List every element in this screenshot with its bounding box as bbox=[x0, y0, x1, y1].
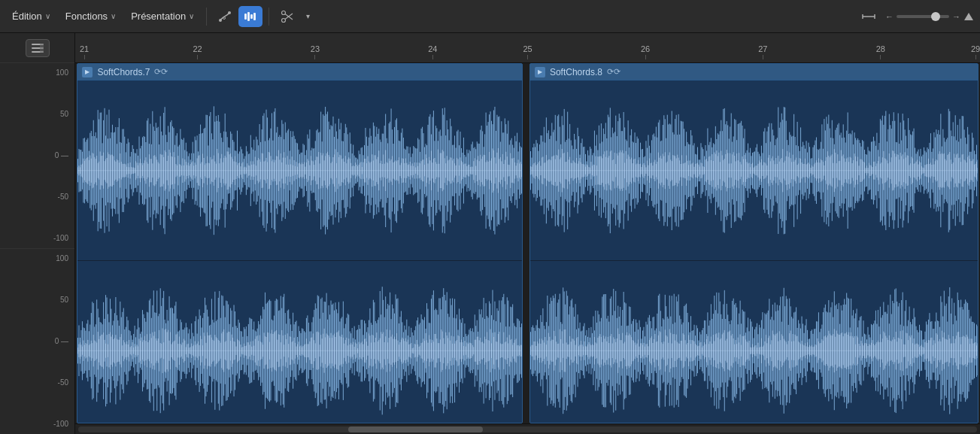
scissors-group: ▾ bbox=[275, 6, 314, 27]
scale-0-top: 0 — bbox=[0, 152, 74, 159]
curve-icon bbox=[218, 10, 232, 23]
svg-rect-18 bbox=[40, 44, 44, 53]
scissors-dropdown-icon: ▾ bbox=[306, 12, 310, 20]
region-1-play-button[interactable]: ▶ bbox=[82, 67, 93, 77]
region-2-loop-icon: ⟳⟳ bbox=[607, 67, 620, 77]
ruler-label-26: 26 bbox=[641, 44, 650, 53]
scissors-icon bbox=[281, 10, 294, 23]
zoom-thumb bbox=[931, 12, 940, 21]
ruler-label-27: 27 bbox=[758, 44, 767, 53]
top-channel-scale: 100 50 0 — -50 -100 bbox=[0, 63, 74, 249]
fonctions-chevron: ∨ bbox=[111, 12, 116, 20]
region-2-name: SoftChords.8 bbox=[550, 67, 602, 77]
zoom-mountain-icon bbox=[963, 12, 974, 21]
fonctions-menu[interactable]: Fonctions ∨ bbox=[59, 8, 122, 25]
ruler-mark-21: 21 bbox=[80, 44, 89, 59]
ruler-tick-21 bbox=[84, 55, 85, 59]
svg-point-7 bbox=[282, 18, 286, 22]
scale-0-bottom: 0 — bbox=[0, 338, 74, 345]
region-1-header: ▶ SoftChords.7 ⟳⟳ bbox=[77, 64, 522, 80]
scale-n50-bottom: -50 bbox=[0, 379, 74, 387]
tool-group-left bbox=[213, 6, 262, 27]
region-1-loop-icon: ⟳⟳ bbox=[154, 67, 168, 77]
scissors-tool-button[interactable] bbox=[275, 6, 299, 27]
edition-chevron: ∨ bbox=[45, 12, 50, 20]
sep1 bbox=[206, 8, 207, 26]
edition-menu[interactable]: Édition ∨ bbox=[6, 8, 56, 25]
ruler-label-22: 22 bbox=[193, 44, 202, 53]
svg-point-8 bbox=[282, 11, 286, 14]
zoom-slider[interactable] bbox=[897, 15, 949, 18]
region-2-waveform bbox=[530, 80, 978, 423]
ruler-mark-28: 28 bbox=[876, 44, 885, 59]
presentation-menu[interactable]: Présentation ∨ bbox=[125, 8, 200, 25]
flex-tool-button[interactable] bbox=[238, 6, 262, 27]
svg-point-2 bbox=[223, 17, 226, 19]
timeline-ruler: 21 22 23 24 25 26 bbox=[75, 33, 980, 63]
edition-label: Édition bbox=[12, 11, 42, 22]
ruler-mark-23: 23 bbox=[311, 44, 320, 59]
scale-50-top: 50 bbox=[0, 111, 74, 118]
ruler-tick-29 bbox=[975, 55, 976, 59]
ruler-mark-26: 26 bbox=[641, 44, 650, 59]
region-softchords-8[interactable]: ▶ SoftChords.8 ⟳⟳ bbox=[529, 63, 978, 423]
presentation-chevron: ∨ bbox=[189, 12, 194, 20]
scale-100-bottom: 100 bbox=[0, 255, 74, 263]
waveform-area: ▶ SoftChords.7 ⟳⟳ ▶ SoftChords.8 ⟳⟳ bbox=[75, 63, 980, 423]
ruler-label-25: 25 bbox=[523, 44, 532, 53]
scale-n100-bottom: -100 bbox=[0, 420, 74, 428]
bottom-channel-scale: 100 50 0 — -50 -100 bbox=[0, 249, 74, 434]
toggle-icon bbox=[32, 44, 44, 53]
ruler-mark-24: 24 bbox=[428, 44, 437, 59]
horizontal-scrollbar bbox=[75, 423, 980, 434]
ruler-tick-25 bbox=[527, 55, 528, 59]
sidebar: 100 50 0 — -50 -100 100 50 0 — -50 -100 bbox=[0, 33, 75, 434]
curve-tool-button[interactable] bbox=[213, 6, 237, 27]
svg-rect-6 bbox=[253, 13, 256, 20]
fonctions-label: Fonctions bbox=[65, 11, 108, 22]
region-1-waveform bbox=[77, 80, 523, 423]
region-2-play-button[interactable]: ▶ bbox=[535, 67, 545, 77]
presentation-label: Présentation bbox=[131, 11, 186, 22]
ruler-tick-24 bbox=[432, 55, 433, 59]
content-area: 21 22 23 24 25 26 bbox=[75, 33, 980, 434]
zoom-control: ← → bbox=[885, 12, 974, 21]
flex-icon bbox=[244, 10, 257, 23]
sep2 bbox=[269, 8, 269, 26]
ruler-label-21: 21 bbox=[80, 44, 89, 53]
ruler-tick-28 bbox=[880, 55, 881, 59]
ruler-tick-23 bbox=[314, 55, 315, 59]
sidebar-top bbox=[0, 33, 74, 63]
ruler-label-29: 29 bbox=[971, 44, 980, 53]
ruler-mark-29: 29 bbox=[971, 44, 980, 59]
ruler-tick-22 bbox=[197, 55, 198, 59]
scale-100-top: 100 bbox=[0, 69, 74, 77]
ruler-label-28: 28 bbox=[876, 44, 885, 53]
region-2-header: ▶ SoftChords.8 ⟳⟳ bbox=[530, 64, 978, 80]
ruler-label-23: 23 bbox=[311, 44, 320, 53]
ruler-tick-27 bbox=[763, 55, 763, 59]
region-1-name: SoftChords.7 bbox=[97, 67, 150, 77]
scale-n50-top: -50 bbox=[0, 193, 74, 201]
main-area: 100 50 0 — -50 -100 100 50 0 — -50 -100 … bbox=[0, 33, 980, 434]
fit-icon bbox=[861, 10, 876, 23]
region-softchords-7[interactable]: ▶ SoftChords.7 ⟳⟳ bbox=[77, 63, 523, 423]
scroll-thumb[interactable] bbox=[348, 426, 483, 432]
svg-rect-3 bbox=[244, 14, 247, 20]
zoom-left-arrow[interactable]: ← bbox=[885, 12, 894, 21]
fit-button[interactable] bbox=[857, 6, 881, 27]
svg-rect-4 bbox=[247, 12, 250, 21]
right-controls: ← → bbox=[857, 6, 974, 27]
zoom-right-arrow[interactable]: → bbox=[952, 12, 960, 21]
scale-50-bottom: 50 bbox=[0, 296, 74, 304]
ruler-mark-25: 25 bbox=[523, 44, 532, 59]
svg-marker-14 bbox=[964, 13, 973, 20]
ruler-mark-22: 22 bbox=[193, 44, 202, 59]
ruler-label-24: 24 bbox=[428, 44, 437, 53]
toolbar: Édition ∨ Fonctions ∨ Présentation ∨ bbox=[0, 0, 980, 33]
scroll-track[interactable] bbox=[78, 426, 977, 432]
scale-n100-top: -100 bbox=[0, 235, 74, 242]
svg-rect-5 bbox=[250, 14, 253, 19]
scissors-arrow-button[interactable]: ▾ bbox=[301, 6, 314, 27]
sidebar-toggle-button[interactable] bbox=[26, 39, 50, 57]
